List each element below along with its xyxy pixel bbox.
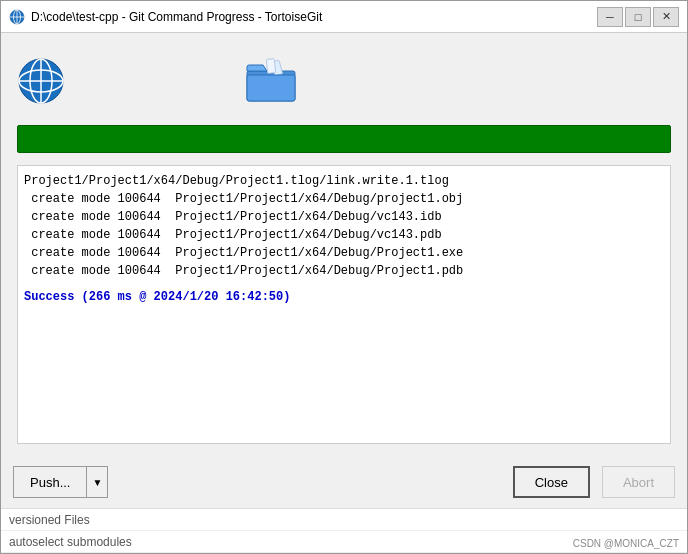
icon-row bbox=[9, 41, 679, 121]
close-button[interactable]: Close bbox=[513, 466, 590, 498]
content-area: Project1/Project1/x64/Debug/Project1.tlo… bbox=[1, 33, 687, 456]
log-line: create mode 100644 Project1/Project1/x64… bbox=[24, 208, 664, 226]
window-controls: ─ □ ✕ bbox=[597, 7, 679, 27]
progress-bar bbox=[17, 125, 671, 153]
title-bar: D:\code\test-cpp - Git Command Progress … bbox=[1, 1, 687, 33]
main-window: D:\code\test-cpp - Git Command Progress … bbox=[0, 0, 688, 554]
progress-bar-container bbox=[17, 125, 671, 153]
log-area[interactable]: Project1/Project1/x64/Debug/Project1.tlo… bbox=[17, 165, 671, 444]
log-line: create mode 100644 Project1/Project1/x64… bbox=[24, 190, 664, 208]
right-buttons: Close Abort bbox=[513, 466, 675, 498]
close-window-button[interactable]: ✕ bbox=[653, 7, 679, 27]
log-line: create mode 100644 Project1/Project1/x64… bbox=[24, 226, 664, 244]
log-line: Project1/Project1/x64/Debug/Project1.tlo… bbox=[24, 172, 664, 190]
svg-rect-12 bbox=[247, 75, 295, 101]
folder-icon bbox=[245, 57, 293, 105]
log-line: create mode 100644 Project1/Project1/x64… bbox=[24, 244, 664, 262]
success-line: Success (266 ms @ 2024/1/20 16:42:50) bbox=[24, 288, 664, 306]
push-dropdown-button[interactable]: ▼ bbox=[86, 466, 108, 498]
maximize-button[interactable]: □ bbox=[625, 7, 651, 27]
left-buttons: Push... ▼ bbox=[13, 466, 108, 498]
push-button[interactable]: Push... bbox=[13, 466, 86, 498]
svg-rect-11 bbox=[266, 59, 275, 74]
minimize-button[interactable]: ─ bbox=[597, 7, 623, 27]
globe-icon bbox=[17, 57, 65, 105]
abort-button[interactable]: Abort bbox=[602, 466, 675, 498]
watermark: CSDN @MONICA_CZT bbox=[573, 538, 679, 549]
title-icon bbox=[9, 9, 25, 25]
versioned-files-row: versioned Files bbox=[1, 509, 687, 531]
window-title: D:\code\test-cpp - Git Command Progress … bbox=[31, 10, 597, 24]
button-row: Push... ▼ Close Abort bbox=[1, 456, 687, 508]
log-line: create mode 100644 Project1/Project1/x64… bbox=[24, 262, 664, 280]
